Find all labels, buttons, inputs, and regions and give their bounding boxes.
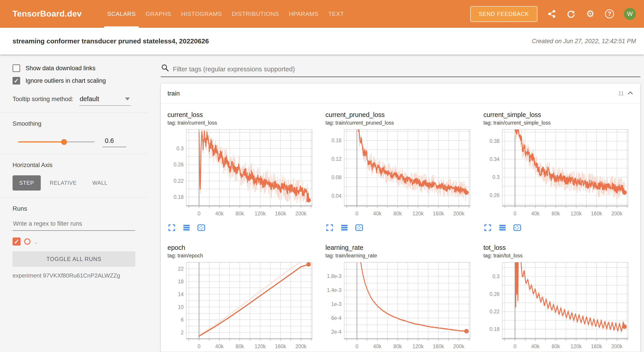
help-icon[interactable]: ? [604, 9, 614, 19]
svg-text:80k: 80k [552, 211, 560, 216]
refresh-icon[interactable] [566, 9, 576, 19]
smoothing-slider-fill [18, 141, 64, 143]
svg-text:200k: 200k [611, 211, 622, 216]
svg-text:80k: 80k [236, 211, 244, 216]
runs-list-icon[interactable] [340, 223, 349, 232]
chevron-up-icon[interactable] [627, 90, 634, 97]
chart-tag: tag: train/current_simple_loss [484, 120, 635, 126]
svg-text:0.26: 0.26 [490, 291, 500, 297]
tab-graphs[interactable]: GRAPHS [140, 0, 176, 28]
tab-distributions[interactable]: DISTRIBUTIONS [227, 0, 284, 28]
svg-text:0.16: 0.16 [332, 138, 342, 143]
svg-text:0: 0 [356, 344, 358, 349]
toggle-all-runs-button[interactable]: TOGGLE ALL RUNS [12, 251, 135, 267]
fit-domain-icon[interactable] [513, 223, 522, 232]
tooltip-sorting-label: Tooltip sorting method: [12, 96, 74, 103]
avatar[interactable]: W [624, 8, 636, 20]
svg-text:0.18: 0.18 [174, 194, 184, 200]
svg-text:160k: 160k [591, 211, 602, 216]
show-download-links-checkbox[interactable] [12, 64, 20, 72]
chart-plot[interactable]: 040k80k120k160k200k0.180.220.260.3 [484, 261, 635, 352]
train-section-header[interactable]: train 11 [161, 83, 640, 104]
nav-tabs: SCALARS GRAPHS HISTOGRAMS DISTRIBUTIONS … [102, 0, 349, 28]
svg-text:160k: 160k [591, 344, 602, 349]
ignore-outliers-checkbox[interactable]: ✓ [12, 77, 20, 85]
run-color-swatch[interactable] [24, 238, 30, 245]
axis-wall-button[interactable]: WALL [86, 175, 114, 190]
app-logo: TensorBoard.dev [12, 9, 82, 18]
filter-tags-input[interactable] [173, 65, 640, 73]
svg-text:22: 22 [178, 266, 184, 272]
chart-plot[interactable]: 040k80k120k160k200k0.040.080.120.16 [325, 128, 477, 222]
axis-relative-button[interactable]: RELATIVE [43, 175, 84, 190]
main-panel: train 11 current_loss tag: train/current… [148, 55, 644, 352]
runs-list-icon[interactable] [498, 223, 507, 232]
ignore-outliers-row[interactable]: ✓ Ignore outliers in chart scaling [12, 77, 135, 85]
fit-domain-icon[interactable] [197, 223, 206, 232]
chart-title: current_simple_loss [484, 111, 635, 119]
expand-chart-icon[interactable] [484, 223, 492, 232]
tab-text[interactable]: TEXT [323, 0, 349, 28]
smoothing-value[interactable]: 0.6 [102, 137, 126, 147]
svg-text:0.04: 0.04 [332, 193, 342, 199]
settings-gear-icon[interactable]: ⚙ [585, 9, 595, 19]
tab-scalars[interactable]: SCALARS [102, 0, 140, 28]
runs-list-icon[interactable] [182, 223, 191, 232]
svg-text:200k: 200k [295, 211, 306, 216]
app-header: TensorBoard.dev SCALARS GRAPHS HISTOGRAM… [0, 0, 644, 28]
svg-text:40k: 40k [373, 344, 382, 349]
axis-step-button[interactable]: STEP [12, 175, 41, 190]
created-timestamp: Created on Jun 27, 2022, 12:42:51 PM [532, 38, 636, 45]
smoothing-slider[interactable] [18, 141, 94, 143]
fit-domain-icon[interactable] [355, 223, 364, 232]
expand-chart-icon[interactable] [325, 223, 334, 232]
svg-text:200k: 200k [453, 344, 464, 349]
svg-text:80k: 80k [394, 211, 402, 216]
svg-text:120k: 120k [570, 211, 582, 216]
svg-text:200k: 200k [295, 344, 306, 349]
chart-plot[interactable]: 040k80k120k160k200k2e-46e-41e-31.4e-31.8… [325, 261, 477, 352]
run-checkbox[interactable]: ✓ [12, 237, 20, 246]
chart-title: epoch [168, 244, 319, 251]
chart-tag: tag: train/learning_rate [325, 253, 477, 259]
expand-chart-icon[interactable] [168, 223, 176, 232]
chart-title: tot_loss [484, 244, 635, 251]
runs-regex-input[interactable] [12, 218, 135, 231]
chart-cell: tot_loss tag: train/tot_loss 040k80k120k… [480, 244, 638, 352]
train-section-count: 11 [618, 90, 624, 97]
chart-cell: current_loss tag: train/current_loss 040… [164, 111, 322, 232]
svg-text:0: 0 [356, 211, 358, 216]
tab-hparams[interactable]: HPARAMS [284, 0, 323, 28]
tooltip-sorting-value: default [80, 95, 99, 102]
chart-plot[interactable]: 040k80k120k160k200k0.260.30.340.38 [484, 128, 635, 222]
svg-text:120k: 120k [412, 211, 424, 216]
svg-text:200k: 200k [611, 344, 622, 349]
svg-text:6: 6 [181, 317, 184, 323]
svg-text:40k: 40k [215, 344, 224, 349]
svg-text:0.3: 0.3 [492, 274, 500, 279]
filter-tags-bar [161, 63, 640, 77]
runs-label: Runs [12, 205, 135, 212]
run-row: ✓ . [12, 237, 135, 246]
smoothing-slider-knob[interactable] [61, 139, 67, 145]
tooltip-sorting-select[interactable]: default [79, 94, 131, 106]
svg-text:0.22: 0.22 [174, 178, 184, 184]
chart-cell: learning_rate tag: train/learning_rate 0… [322, 244, 480, 352]
svg-text:1.4e-3: 1.4e-3 [327, 287, 342, 293]
share-icon[interactable] [547, 9, 557, 19]
svg-text:0.34: 0.34 [490, 156, 500, 162]
svg-text:80k: 80k [394, 344, 402, 349]
chart-plot[interactable]: 040k80k120k160k200k0.180.220.260.3 [168, 128, 319, 222]
svg-text:0.26: 0.26 [174, 162, 184, 168]
svg-text:120k: 120k [254, 211, 266, 216]
show-download-links-row[interactable]: Show data download links [12, 64, 135, 72]
svg-text:10: 10 [178, 304, 184, 310]
chart-tag: tag: train/tot_loss [484, 253, 635, 259]
experiment-title-bar: streaming conformer transducer pruned st… [0, 28, 644, 55]
send-feedback-button[interactable]: SEND FEEDBACK [470, 6, 538, 22]
tab-histograms[interactable]: HISTOGRAMS [176, 0, 227, 28]
chart-plot[interactable]: 040k80k120k160k200k2610141822 [168, 261, 319, 352]
svg-text:160k: 160k [433, 211, 444, 216]
svg-text:160k: 160k [275, 344, 286, 349]
svg-text:0: 0 [514, 344, 516, 349]
